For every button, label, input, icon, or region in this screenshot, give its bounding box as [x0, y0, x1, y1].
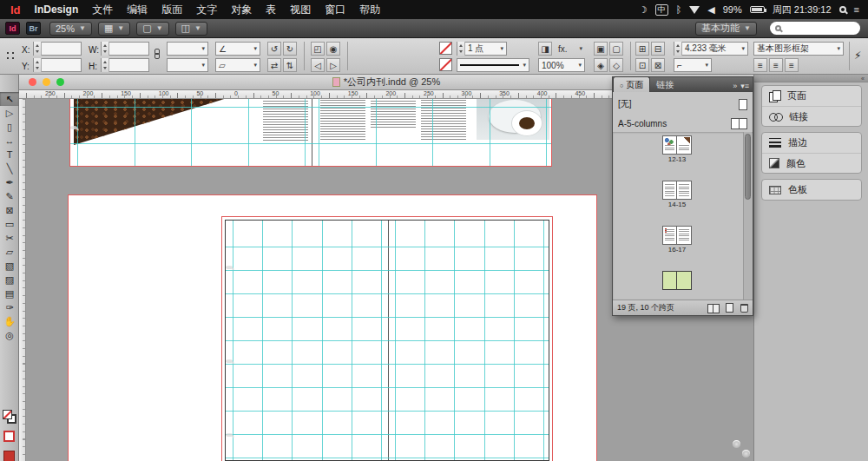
- coffee-beans-image[interactable]: [74, 99, 244, 145]
- type-tool[interactable]: T: [0, 148, 19, 161]
- vertical-ruler[interactable]: [19, 99, 26, 461]
- apply-none-button[interactable]: [3, 431, 15, 442]
- dock-item-swatches[interactable]: 色板: [762, 180, 861, 200]
- select-container-button[interactable]: ◰: [311, 42, 325, 56]
- flip-horizontal-button[interactable]: ⇄: [267, 58, 281, 72]
- dock-item-color[interactable]: 颜色: [762, 153, 861, 173]
- screen-mode-dropdown[interactable]: ▢▼: [136, 22, 168, 36]
- eyedropper-tool[interactable]: ✑: [0, 300, 19, 314]
- hand-tool[interactable]: ✋: [0, 314, 19, 328]
- wrap-jump-button[interactable]: ◇: [609, 58, 623, 72]
- fill-color-swatch[interactable]: [439, 58, 452, 71]
- delete-page-button[interactable]: [740, 304, 748, 313]
- select-previous-object-button[interactable]: ◁: [311, 58, 325, 72]
- screen-mode-button[interactable]: [3, 451, 15, 461]
- tab-pages[interactable]: ○页面: [613, 76, 650, 92]
- gradient-feather-tool[interactable]: ▨: [0, 273, 19, 286]
- effects-menu[interactable]: fx.: [556, 42, 585, 56]
- w-stepper[interactable]: [102, 42, 109, 56]
- fill-stroke-swatches[interactable]: [3, 410, 16, 424]
- search-input[interactable]: [770, 22, 860, 35]
- page-thumbnail[interactable]: [677, 135, 692, 155]
- spread-item-14-15[interactable]: 14-15: [613, 181, 741, 208]
- page-thumbnail[interactable]: [662, 181, 677, 200]
- drop-shadow-button[interactable]: ◨: [538, 42, 552, 56]
- gradient-tool[interactable]: ▧: [0, 259, 19, 273]
- menu-item-window[interactable]: 窗口: [318, 0, 352, 19]
- y-input[interactable]: [33, 58, 82, 72]
- object-style-dropdown[interactable]: 基本图形框架: [753, 42, 844, 56]
- menu-item-indesign[interactable]: InDesign: [28, 0, 86, 19]
- moon-icon[interactable]: ☽: [639, 4, 648, 16]
- rotation-angle-input[interactable]: ∠: [215, 42, 260, 56]
- center-content-button[interactable]: ⊡: [635, 58, 649, 72]
- menu-item-object[interactable]: 对象: [224, 0, 259, 19]
- wrap-bounding-box-button[interactable]: ▢: [609, 42, 623, 56]
- scrollbar-thumb[interactable]: [745, 134, 751, 200]
- x-stepper[interactable]: [34, 42, 42, 56]
- volume-icon[interactable]: ◀: [707, 4, 714, 16]
- rectangle-tool[interactable]: ▭: [0, 217, 19, 231]
- page-thumbnail[interactable]: [677, 226, 692, 245]
- spotlight-search-icon[interactable]: [839, 6, 846, 13]
- align-center-button[interactable]: ≡: [769, 58, 783, 72]
- rotate-cw-button[interactable]: ↻: [283, 42, 297, 56]
- menu-item-type[interactable]: 文字: [189, 0, 224, 19]
- stroke-style-dropdown[interactable]: [457, 58, 529, 72]
- stroke-weight-stepper[interactable]: [457, 42, 465, 56]
- corner-shape-dropdown[interactable]: ⌐: [674, 58, 712, 72]
- new-page-button[interactable]: [726, 303, 733, 313]
- tab-links[interactable]: 链接: [650, 77, 680, 92]
- scissors-tool[interactable]: ✂: [0, 231, 19, 245]
- direct-selection-tool[interactable]: ▷: [0, 106, 19, 120]
- corner-radius-input[interactable]: 4.233 毫米: [674, 42, 748, 56]
- rotate-ccw-button[interactable]: ↺: [267, 42, 281, 56]
- align-left-button[interactable]: ≡: [753, 58, 767, 72]
- h-stepper[interactable]: [102, 58, 109, 72]
- stroke-weight-dropdown[interactable]: 1 点: [457, 42, 507, 56]
- spread-2[interactable]: [68, 194, 597, 461]
- menu-item-table[interactable]: 表: [259, 0, 283, 19]
- scale-y-input[interactable]: [167, 58, 208, 72]
- select-next-object-button[interactable]: ▷: [326, 58, 340, 72]
- pen-tool[interactable]: ✒: [0, 175, 19, 189]
- panel-menu-icon[interactable]: ▾≡: [740, 82, 753, 92]
- corner-radius-stepper[interactable]: [674, 42, 682, 56]
- dock-item-pages[interactable]: 页面: [762, 86, 861, 106]
- coffee-cup-image[interactable]: [477, 99, 549, 140]
- free-transform-tool[interactable]: ▱: [0, 245, 19, 259]
- line-tool[interactable]: ╲: [0, 161, 19, 175]
- notification-center-icon[interactable]: ≡: [854, 4, 859, 15]
- shear-angle-input[interactable]: ▱: [215, 58, 260, 72]
- rectangle-frame-tool[interactable]: ⊠: [0, 203, 19, 217]
- page-thumbnail-selected[interactable]: [662, 271, 677, 290]
- select-content-button[interactable]: ◉: [326, 42, 340, 56]
- workspace-switcher[interactable]: 基本功能▼: [695, 22, 757, 36]
- height-input[interactable]: [101, 58, 149, 72]
- master-page-a5columns[interactable]: A-5-columns: [613, 114, 753, 133]
- menu-item-layout[interactable]: 版面: [155, 0, 189, 19]
- quick-apply-icon[interactable]: ⚡: [854, 49, 861, 62]
- dock-item-links[interactable]: 链接: [762, 106, 861, 126]
- width-input[interactable]: [101, 42, 149, 56]
- menu-item-edit[interactable]: 编辑: [120, 0, 155, 19]
- page-thumbnail[interactable]: [662, 135, 677, 155]
- view-options-dropdown[interactable]: ▦▼: [98, 22, 130, 36]
- menu-item-file[interactable]: 文件: [85, 0, 120, 19]
- battery-icon[interactable]: [750, 6, 765, 13]
- fit-proportionally-button[interactable]: ⊠: [651, 58, 665, 72]
- input-method-badge[interactable]: 中: [655, 4, 668, 16]
- panel-collapse-icon[interactable]: »: [733, 82, 740, 92]
- fit-content-button[interactable]: ⊞: [635, 42, 649, 56]
- gap-tool[interactable]: ↔: [0, 134, 19, 148]
- note-tool[interactable]: ▤: [0, 286, 19, 300]
- pencil-tool[interactable]: ✎: [0, 189, 19, 203]
- menu-item-view[interactable]: 视图: [283, 0, 318, 19]
- spread-2-page-area[interactable]: [225, 220, 549, 461]
- menu-bar-clock[interactable]: 周四 21:39:12: [773, 3, 832, 16]
- x-input[interactable]: [33, 42, 82, 56]
- spread-item-16-17[interactable]: 16-17: [613, 226, 741, 254]
- dock-item-stroke[interactable]: 描边: [762, 133, 861, 153]
- edit-page-size-icon[interactable]: [707, 304, 719, 313]
- menu-item-help[interactable]: 帮助: [352, 0, 387, 19]
